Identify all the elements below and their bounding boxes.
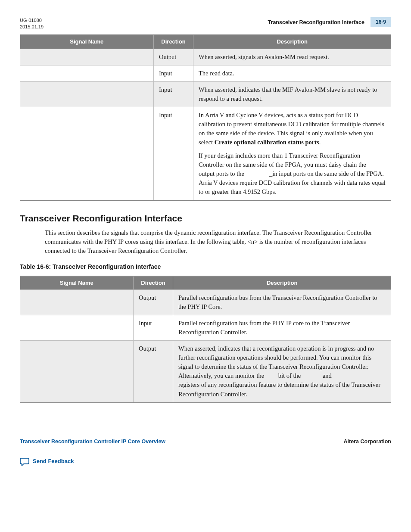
table-row: Input In Arria V and Cyclone V devices, … [20,107,391,200]
header-crumb: Transceiver Reconfiguration Interface [268,19,364,26]
cell-direction: Output [134,341,173,403]
footer-left-link[interactable]: Transceiver Reconfiguration Controller I… [20,438,165,445]
table-row: Output When asserted, indicates that a r… [20,341,391,403]
cell-signal [20,315,134,341]
header-left: UG-01080 2015.01.19 [20,17,44,30]
cell-description: When asserted, indicates that the MIF Av… [193,81,391,107]
table-row: Input The read data. [20,65,391,81]
send-feedback-label: Send Feedback [33,457,74,466]
desc-text: . [319,139,321,146]
col-header-direction: Direction [134,276,173,290]
desc-bold: Create optional calibration status ports [215,139,319,146]
header-right: Transceiver Reconfiguration Interface 16… [268,17,391,27]
cell-direction: Output [154,49,193,65]
desc-text: bit of the [278,372,301,379]
cell-description: When asserted, signals an Avalon-MM read… [193,49,391,65]
cell-direction: Input [154,65,193,81]
cell-description: When asserted, indicates that a reconfig… [173,341,391,403]
table-row: Output When asserted, signals an Avalon-… [20,49,391,65]
col-header-signal: Signal Name [20,35,154,49]
doc-date: 2015.01.19 [20,24,44,30]
section-body: This section describes the signals that … [45,228,391,255]
col-header-direction: Direction [154,35,193,49]
col-header-signal: Signal Name [20,276,134,290]
footer-right: Altera Corporation [344,438,391,445]
cell-description: Parallel reconfiguration bus from the PH… [173,315,391,341]
cell-signal [20,81,154,107]
cell-description: In Arria V and Cyclone V devices, acts a… [193,107,391,200]
table-row: Input Parallel reconfiguration bus from … [20,315,391,341]
table-row: Output Parallel reconfiguration bus from… [20,290,391,315]
desc-text: output ports to the [199,170,244,177]
page-header: UG-01080 2015.01.19 Transceiver Reconfig… [20,17,391,30]
signal-table-1: Signal Name Direction Description Output… [20,34,391,201]
section-heading: Transceiver Reconfiguration Interface [20,212,391,225]
table-header-row: Signal Name Direction Description [20,276,391,290]
col-header-description: Description [193,35,391,49]
desc-text: If your design includes more than 1 Tran… [199,152,366,168]
cell-signal [20,341,134,403]
signal-table-2: Signal Name Direction Description Output… [20,276,391,403]
cell-direction: Input [134,315,173,341]
table-row: Input When asserted, indicates that the … [20,81,391,107]
cell-description: The read data. [193,65,391,81]
cell-direction: Output [134,290,173,315]
cell-description: Parallel reconfiguration bus from the Tr… [173,290,391,315]
cell-direction: Input [154,107,193,200]
desc-text: and [323,372,332,379]
desc-text: registers of any reconfiguration feature… [178,381,380,397]
cell-signal [20,65,154,81]
table-header-row: Signal Name Direction Description [20,35,391,49]
page-footer: Transceiver Reconfiguration Controller I… [20,438,391,466]
send-feedback-link[interactable]: Send Feedback [20,457,391,466]
cell-signal [20,107,154,200]
page-number-badge: 16-9 [371,17,391,27]
col-header-description: Description [173,276,391,290]
doc-id: UG-01080 [20,17,44,24]
cell-direction: Input [154,81,193,107]
desc-text: When asserted, indicates that a reconfig… [178,345,374,379]
table-caption: Table 16-6: Transceiver Reconfiguration … [20,262,391,271]
cell-signal [20,49,154,65]
speech-bubble-icon [20,457,29,466]
cell-signal [20,290,134,315]
